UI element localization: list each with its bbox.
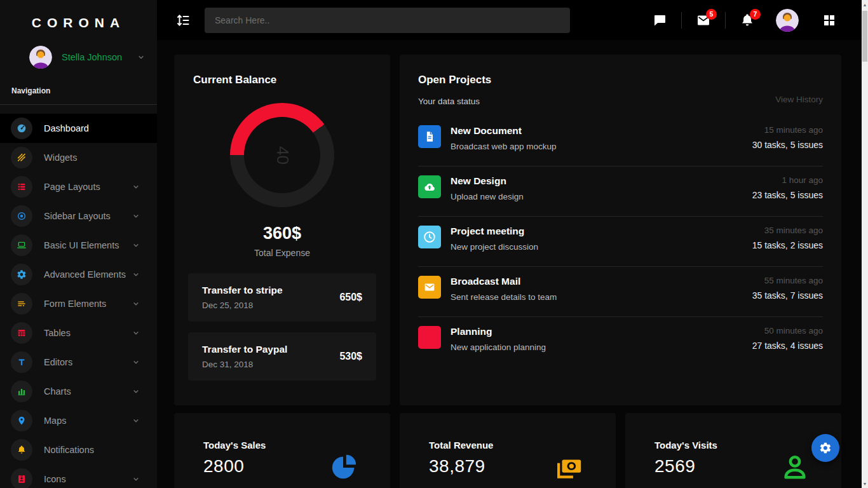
sidebar-item-label: Tables xyxy=(44,328,71,338)
project-subtitle: Broadcast web app mockup xyxy=(451,142,557,151)
table-icon xyxy=(11,322,32,344)
profile-name: Stella Johnson xyxy=(62,52,122,62)
project-tasks-issues: 15 tasks, 2 issues xyxy=(752,240,823,250)
project-list-item: New Document Broadcast web app mockup 15… xyxy=(418,116,823,166)
notification-badge: 7 xyxy=(750,9,761,20)
sidebar-item-notifications[interactable]: Notifications xyxy=(0,435,157,464)
transfer-title: Transfer to stripe xyxy=(202,285,283,296)
sidebar-item-page-layouts[interactable]: Page Layouts xyxy=(0,172,157,201)
navbar-avatar[interactable] xyxy=(776,9,799,32)
cash-icon xyxy=(555,452,584,482)
page-scrollbar[interactable]: ▲ ▼ xyxy=(862,0,868,488)
corona-dashboard: CORONA Stella Johnson Navigation Dashboa… xyxy=(0,0,868,488)
project-title: New Document xyxy=(451,125,557,137)
scrollbar-thumb[interactable] xyxy=(862,11,867,62)
divider xyxy=(0,104,157,105)
settings-fab-button[interactable] xyxy=(811,434,839,462)
transfer-amount: 530$ xyxy=(339,351,362,362)
project-subtitle: New application planning xyxy=(451,342,546,352)
open-projects-card: Open Projects Your data status View Hist… xyxy=(400,55,841,405)
project-subtitle: New project discussion xyxy=(451,242,538,252)
sidebar-item-maps[interactable]: Maps xyxy=(0,406,157,435)
sidebar-item-sidebar-layouts[interactable]: Sidebar Layouts xyxy=(0,201,157,231)
cloud-upload-icon xyxy=(418,175,441,198)
chat-icon[interactable] xyxy=(652,13,667,28)
file-icon xyxy=(418,125,441,148)
project-time: 55 minutes ago xyxy=(752,276,823,285)
mail-icon[interactable]: 5 xyxy=(696,13,711,28)
sidebar-item-label: Notifications xyxy=(44,445,94,455)
sidebar: CORONA Stella Johnson Navigation Dashboa… xyxy=(0,0,157,488)
transfer-amount: 650$ xyxy=(339,292,362,303)
profile-dropdown[interactable]: Stella Johnson xyxy=(29,46,146,69)
sidebar-item-dashboard[interactable]: Dashboard xyxy=(0,114,157,143)
transfer-row: Transfer to Paypal Dec 31, 2018 530$ xyxy=(188,332,376,381)
project-list: New Document Broadcast web app mockup 15… xyxy=(418,116,823,367)
scrollbar-down-arrow[interactable]: ▼ xyxy=(862,479,868,488)
stat-value: 38,879 xyxy=(429,456,616,477)
chevron-down-icon xyxy=(132,241,140,250)
speedometer-icon xyxy=(11,118,32,139)
sidebar-item-label: Editors xyxy=(44,357,72,367)
project-list-item: New Design Upload new design 1 hour ago … xyxy=(418,166,823,217)
bell-icon xyxy=(11,439,32,461)
gear-icon xyxy=(11,264,32,285)
chevron-down-icon xyxy=(132,475,140,484)
sidebar-item-label: Dashboard xyxy=(44,123,89,133)
project-list-item: Project meeting New project discussion 3… xyxy=(418,217,823,267)
project-subtitle: Upload new design xyxy=(451,192,524,201)
sidebar-item-widgets[interactable]: Widgets xyxy=(0,143,157,172)
target-icon xyxy=(11,205,32,227)
project-tasks-issues: 27 tasks, 4 issues xyxy=(752,341,823,351)
sidebar-item-label: Advanced Elements xyxy=(44,269,126,280)
sidebar-item-editors[interactable]: Editors xyxy=(0,348,157,377)
chevron-down-icon xyxy=(132,416,140,425)
transfer-date: Dec 31, 2018 xyxy=(202,360,287,369)
project-title: Planning xyxy=(451,326,546,337)
sidebar-item-label: Maps xyxy=(44,416,66,426)
sidebar-item-basic-ui-elements[interactable]: Basic UI Elements xyxy=(0,231,157,260)
project-time: 15 minutes ago xyxy=(752,125,823,135)
sidebar-item-label: Widgets xyxy=(44,152,77,163)
sidebar-item-form-elements[interactable]: Form Elements xyxy=(0,289,157,318)
profile-avatar xyxy=(29,46,52,69)
stat-card-total-revenue: Total Revenue 38,879 xyxy=(400,413,616,488)
contact-card-icon xyxy=(11,468,32,488)
scrollbar-up-arrow[interactable]: ▲ xyxy=(862,0,868,9)
transfer-title: Transfer to Paypal xyxy=(202,344,287,355)
transfer-list: Transfer to stripe Dec 25, 2018 650$ Tra… xyxy=(188,273,376,381)
sidebar-item-tables[interactable]: Tables xyxy=(0,318,157,348)
laptop-icon xyxy=(11,234,32,256)
sidebar-item-advanced-elements[interactable]: Advanced Elements xyxy=(0,260,157,289)
balance-card-title: Current Balance xyxy=(174,74,390,86)
stat-card-today-s-sales: Today's Sales 2800 xyxy=(174,413,390,488)
apps-grid-icon[interactable] xyxy=(822,13,837,28)
projects-card-title: Open Projects xyxy=(418,74,823,86)
view-history-link[interactable]: View History xyxy=(775,95,823,104)
sidebar-item-label: Icons xyxy=(44,474,66,484)
project-list-item: Planning New application planning 50 min… xyxy=(418,317,823,367)
chevron-down-icon xyxy=(132,182,140,191)
stat-card-today-s-visits: Today's Visits 2569 xyxy=(625,413,841,488)
mail-badge: 5 xyxy=(706,9,717,20)
divider xyxy=(725,12,726,29)
nav-section-label: Navigation xyxy=(11,86,157,95)
search-input[interactable] xyxy=(205,8,570,33)
current-balance-card: Current Balance 40 360$ Total Expense Tr… xyxy=(174,55,390,405)
notification-bell-icon[interactable]: 7 xyxy=(740,13,755,28)
project-time: 1 hour ago xyxy=(752,175,823,185)
sidebar-item-charts[interactable]: Charts xyxy=(0,377,157,406)
sidebar-toggle-icon[interactable] xyxy=(175,13,191,28)
project-time: 50 minutes ago xyxy=(752,326,823,336)
sidebar-item-icons[interactable]: Icons xyxy=(0,464,157,488)
stat-label: Today's Sales xyxy=(203,440,390,451)
chevron-down-icon xyxy=(132,329,140,337)
sidebar-item-label: Charts xyxy=(44,386,71,396)
sidebar-item-label: Page Layouts xyxy=(44,182,100,192)
pie-chart-icon xyxy=(329,452,358,482)
project-tasks-issues: 35 tasks, 7 issues xyxy=(752,290,823,301)
total-expense-amount: 360$ xyxy=(174,224,390,243)
stat-value: 2569 xyxy=(654,456,841,477)
sidebar-item-label: Sidebar Layouts xyxy=(44,211,111,221)
text-icon xyxy=(11,351,32,373)
